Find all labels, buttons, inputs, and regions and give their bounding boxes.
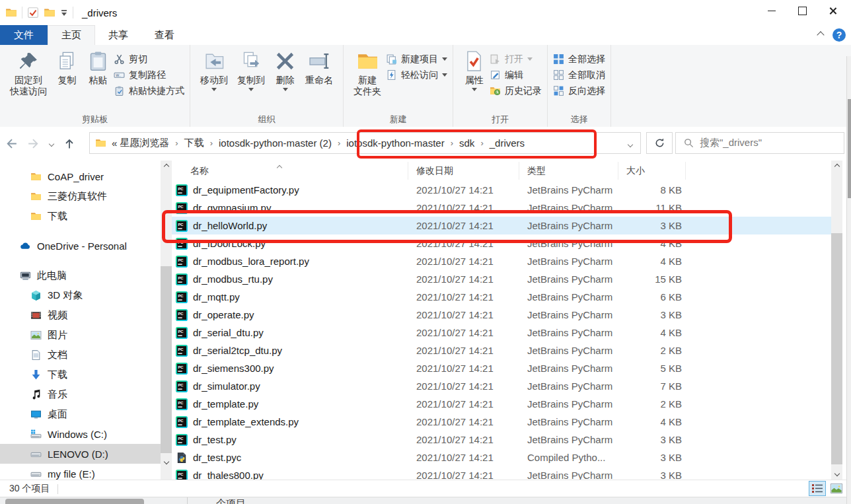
copy-path-button[interactable]: W.. 复制路径 bbox=[114, 68, 184, 82]
delete-button[interactable]: 删除 bbox=[270, 46, 301, 93]
open-button[interactable]: 打开 bbox=[490, 52, 542, 66]
file-type: JetBrains PyCharm bbox=[519, 220, 618, 231]
invert-selection-button[interactable]: 反向选择 bbox=[553, 84, 605, 98]
scroll-down-button[interactable] bbox=[831, 468, 842, 480]
maximize-button[interactable] bbox=[787, 0, 817, 21]
file-row[interactable]: PCdr_test.py2021/10/27 14:21JetBrains Py… bbox=[172, 431, 831, 449]
address-bar[interactable]: « 星愿浏览器›下载›iotosdk-python-master (2)›iot… bbox=[89, 132, 641, 154]
move-to-button[interactable]: 移动到 bbox=[196, 46, 233, 93]
sidebar-item[interactable]: 下载 bbox=[0, 206, 161, 226]
file-row[interactable]: PCdr_mqtt.py2021/10/27 14:21JetBrains Py… bbox=[172, 288, 831, 306]
scrollbar-thumb[interactable] bbox=[831, 233, 842, 464]
drive-icon bbox=[30, 449, 42, 460]
sidebar-item[interactable]: OneDrive - Personal bbox=[0, 236, 161, 256]
file-row[interactable]: PCdr_modbus_rtu.py2021/10/27 14:21JetBra… bbox=[172, 270, 831, 288]
help-icon[interactable]: ? bbox=[832, 28, 846, 42]
file-row[interactable]: PCdr_simulator.py2021/10/27 14:21JetBrai… bbox=[172, 377, 831, 395]
breadcrumb-item[interactable]: iotosdk-python-master (2) bbox=[217, 137, 333, 149]
close-button[interactable] bbox=[817, 0, 848, 21]
tab-view[interactable]: 查看 bbox=[141, 25, 188, 45]
pycharm-icon: PC bbox=[176, 470, 188, 480]
new-folder-icon[interactable] bbox=[44, 7, 56, 18]
file-type: JetBrains PyCharm bbox=[519, 416, 618, 427]
refresh-button[interactable] bbox=[646, 132, 673, 154]
copy-to-button[interactable]: 复制到 bbox=[233, 46, 270, 93]
tab-file[interactable]: 文件 bbox=[0, 25, 48, 45]
file-row[interactable]: PCdr_helloWorld.py2021/10/27 14:21JetBra… bbox=[172, 217, 831, 234]
file-row[interactable]: PCdr_operate.py2021/10/27 14:21JetBrains… bbox=[172, 306, 831, 324]
scrollbar-thumb[interactable] bbox=[161, 266, 172, 453]
address-dropdown-chevron[interactable] bbox=[628, 137, 632, 149]
pycharm-icon: PC bbox=[176, 309, 188, 321]
rename-button[interactable]: 重命名 bbox=[301, 46, 338, 88]
paste-shortcut-button[interactable]: 粘贴快捷方式 bbox=[114, 84, 184, 98]
sidebar-item[interactable]: CoAP_driver bbox=[0, 166, 161, 186]
file-row[interactable]: PCdr_thales800.py2021/10/27 14:21JetBrai… bbox=[172, 466, 831, 480]
file-row[interactable]: PCdr_equipmentFactory.py2021/10/27 14:21… bbox=[172, 181, 831, 199]
file-row[interactable]: PCdr_template.py2021/10/27 14:21JetBrain… bbox=[172, 395, 831, 413]
breadcrumb-item[interactable]: _drivers bbox=[488, 137, 526, 149]
properties-check-icon[interactable] bbox=[27, 7, 39, 18]
up-arrow[interactable] bbox=[59, 137, 79, 151]
column-header-size[interactable]: 大小 bbox=[618, 162, 686, 180]
file-row[interactable]: PCdr_serial_dtu.py2021/10/27 14:21JetBra… bbox=[172, 324, 831, 342]
sidebar-item[interactable]: 下载 bbox=[0, 365, 161, 384]
pin-to-quick-access-button[interactable]: 固定到 快速访问 bbox=[5, 46, 52, 99]
file-size: 4 KB bbox=[618, 238, 686, 249]
customize-quick-access-caret[interactable] bbox=[60, 9, 68, 17]
file-row[interactable]: PCdr_siemens300.py2021/10/27 14:21JetBra… bbox=[172, 359, 831, 377]
details-view-button[interactable] bbox=[809, 481, 826, 496]
file-row[interactable]: PCdr_IDoorLock.py2021/10/27 14:21JetBrai… bbox=[172, 234, 831, 252]
sidebar-item[interactable]: 三菱仿真软件 bbox=[0, 186, 161, 206]
back-arrow[interactable] bbox=[0, 137, 22, 151]
file-date: 2021/10/27 14:21 bbox=[408, 220, 519, 231]
sidebar-item[interactable]: 桌面 bbox=[0, 404, 161, 424]
breadcrumb-item[interactable]: iotosdk-python-master bbox=[345, 137, 445, 149]
history-button[interactable]: 历史记录 bbox=[490, 84, 542, 98]
forward-arrow[interactable] bbox=[22, 137, 44, 151]
paste-button[interactable]: 粘贴 bbox=[83, 46, 114, 88]
breadcrumb-item[interactable]: sdk bbox=[458, 137, 476, 149]
sidebar-scrollbar[interactable] bbox=[161, 161, 172, 480]
recent-locations-chevron[interactable] bbox=[44, 142, 59, 146]
sidebar-item[interactable]: 图片 bbox=[0, 325, 161, 345]
sidebar-item[interactable]: 3D 对象 bbox=[0, 285, 161, 305]
file-row[interactable]: PCdr_template_extends.py2021/10/27 14:21… bbox=[172, 413, 831, 431]
sidebar-item[interactable]: my file (E:) bbox=[0, 464, 161, 480]
file-row[interactable]: PCdr_serial2tcp_dtu.py2021/10/27 14:21Je… bbox=[172, 342, 831, 359]
file-list-scrollbar[interactable] bbox=[831, 161, 842, 480]
collapse-ribbon-icon[interactable] bbox=[817, 31, 824, 38]
copy-to-icon bbox=[240, 50, 262, 72]
sidebar-item[interactable]: 文档 bbox=[0, 345, 161, 365]
file-row[interactable]: PCdr_gymnasium.py2021/10/27 14:21JetBrai… bbox=[172, 199, 831, 217]
new-item-button[interactable]: 新建项目 bbox=[386, 52, 447, 66]
scroll-down-button[interactable] bbox=[161, 456, 172, 468]
thumbnail-view-button[interactable] bbox=[828, 481, 845, 496]
sidebar-item[interactable]: Windows (C:) bbox=[0, 424, 161, 444]
breadcrumb-item[interactable]: 星愿浏览器 bbox=[118, 137, 170, 149]
tab-share[interactable]: 共享 bbox=[95, 25, 141, 45]
select-none-button[interactable]: 全部取消 bbox=[553, 68, 605, 82]
column-header-type[interactable]: 类型 bbox=[519, 162, 618, 180]
file-row[interactable]: PCdr_modbus_lora_report.py2021/10/27 14:… bbox=[172, 252, 831, 270]
scroll-up-button[interactable] bbox=[161, 161, 172, 172]
sidebar-item[interactable]: LENOVO (D:) bbox=[0, 444, 161, 464]
sidebar-item[interactable]: 视频 bbox=[0, 305, 161, 325]
scroll-up-button[interactable] bbox=[831, 161, 842, 172]
select-all-button[interactable]: 全部选择 bbox=[553, 52, 605, 66]
file-row[interactable]: dr_test.pyc2021/10/27 14:21Compiled Pyth… bbox=[172, 449, 831, 466]
column-header-date[interactable]: 修改日期 bbox=[408, 162, 519, 180]
edit-button[interactable]: 编辑 bbox=[490, 68, 542, 82]
breadcrumb-item[interactable]: 下载 bbox=[183, 137, 205, 149]
easy-access-button[interactable]: 轻松访问 bbox=[386, 68, 447, 82]
column-header-name[interactable]: 名称 bbox=[172, 162, 408, 180]
properties-button[interactable]: 属性 bbox=[459, 46, 490, 93]
minimize-button[interactable] bbox=[757, 0, 787, 21]
sidebar-item[interactable]: 音乐 bbox=[0, 384, 161, 404]
search-input[interactable]: 搜索"_drivers" bbox=[675, 132, 844, 154]
new-folder-button[interactable]: 新建 文件夹 bbox=[349, 46, 386, 99]
sidebar-item[interactable]: 此电脑 bbox=[0, 266, 161, 285]
cut-button[interactable]: 剪切 bbox=[114, 52, 184, 66]
tab-home[interactable]: 主页 bbox=[48, 25, 95, 45]
copy-button[interactable]: 复制 bbox=[52, 46, 83, 88]
